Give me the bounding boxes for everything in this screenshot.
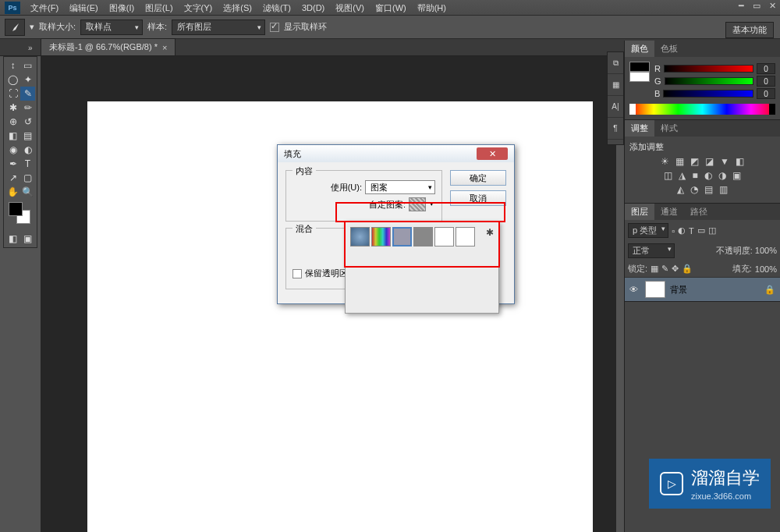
menu-select[interactable]: 选择(S) — [218, 0, 257, 16]
color-preview-swatch[interactable] — [629, 62, 650, 101]
use-dropdown[interactable]: 图案 — [365, 180, 435, 194]
tab-channels[interactable]: 通道 — [654, 204, 684, 220]
sample-label: 样本: — [147, 21, 167, 33]
stamp-tool[interactable]: ⊕ — [5, 115, 20, 129]
fill-value[interactable]: 100% — [755, 264, 777, 274]
show-ring-checkbox[interactable] — [270, 23, 279, 32]
pattern-swatch-1[interactable] — [350, 227, 370, 246]
foreground-color-swatch[interactable] — [9, 202, 23, 216]
maximize-button[interactable]: ▭ — [749, 0, 764, 11]
menu-filter[interactable]: 滤镜(T) — [257, 0, 296, 16]
lock-pos-icon[interactable]: ✥ — [672, 264, 679, 274]
lock-all-icon[interactable]: 🔒 — [682, 264, 693, 274]
b-value[interactable]: 0 — [757, 88, 775, 99]
mini-history-icon[interactable]: ⧉ — [608, 52, 623, 74]
tab-adjustments[interactable]: 调整 — [625, 120, 654, 137]
tab-swatches[interactable]: 色板 — [654, 41, 684, 57]
ok-button[interactable]: 确定 — [450, 170, 506, 186]
wand-tool[interactable]: ✦ — [20, 73, 35, 87]
brush-tool[interactable]: ✏ — [20, 101, 35, 115]
pen-tool[interactable]: ✒ — [5, 157, 20, 171]
gradient-tool[interactable]: ▤ — [20, 129, 35, 143]
type-tool[interactable]: T — [20, 157, 35, 171]
adjustment-icons-row1[interactable]: ☀▦◩◪▼◧ — [629, 156, 775, 167]
lock-trans-icon[interactable]: ▦ — [651, 264, 658, 274]
document-tab[interactable]: 未标题-1 @ 66.7%(RGB/8) * × — [41, 38, 176, 55]
filter-type-icon[interactable]: T — [689, 226, 694, 236]
screenmode-tool[interactable]: ▣ — [20, 232, 35, 246]
adjustment-icons-row2[interactable]: ◫◮■◐◑▣ — [629, 170, 775, 181]
expand-toolbar-icon[interactable]: » — [28, 44, 33, 52]
path-tool[interactable]: ↗ — [5, 171, 20, 185]
g-slider[interactable] — [665, 77, 753, 85]
menu-help[interactable]: 帮助(H) — [412, 0, 452, 16]
pattern-preview-dropdown[interactable] — [409, 197, 426, 211]
tab-styles[interactable]: 样式 — [654, 120, 684, 137]
g-value[interactable]: 0 — [757, 76, 775, 87]
lock-pixels-icon[interactable]: ✎ — [661, 264, 668, 274]
mini-char-icon[interactable]: A| — [608, 96, 623, 118]
close-tab-icon[interactable]: × — [162, 43, 167, 52]
menu-3d[interactable]: 3D(D) — [296, 0, 330, 16]
r-slider[interactable] — [664, 65, 753, 73]
sample-size-dropdown[interactable]: 取样点 — [80, 20, 143, 35]
tab-paths[interactable]: 路径 — [684, 204, 714, 220]
pattern-swatch-6[interactable] — [456, 227, 475, 246]
menu-view[interactable]: 视图(V) — [330, 0, 370, 16]
pattern-swatch-5[interactable] — [434, 227, 454, 246]
opacity-value[interactable]: 100% — [755, 246, 777, 255]
tab-color[interactable]: 颜色 — [625, 41, 654, 57]
spectrum-picker[interactable] — [629, 104, 775, 115]
dodge-tool[interactable]: ◐ — [20, 143, 35, 157]
filter-shape-icon[interactable]: ▭ — [697, 225, 705, 236]
move-tool[interactable]: ↕ — [5, 59, 20, 73]
history-brush-tool[interactable]: ↺ — [20, 115, 35, 129]
eyedropper-tool[interactable]: ✎ — [20, 87, 35, 101]
dialog-close-button[interactable]: ✕ — [477, 147, 508, 160]
menu-text[interactable]: 文字(Y) — [179, 0, 218, 16]
workspace-switcher[interactable]: 基本功能 — [725, 22, 774, 38]
flyout-menu-icon[interactable]: ✱ — [486, 227, 494, 238]
layer-kind-dropdown[interactable]: p 类型 — [628, 223, 668, 238]
shape-tool[interactable]: ▢ — [20, 171, 35, 185]
r-value[interactable]: 0 — [757, 63, 775, 74]
minimize-button[interactable]: ━ — [733, 0, 749, 11]
menu-file[interactable]: 文件(F) — [25, 0, 64, 16]
hand-tool[interactable]: ✋ — [5, 185, 20, 199]
filter-image-icon[interactable]: ▫ — [672, 226, 675, 236]
close-window-button[interactable]: ✕ — [764, 0, 780, 11]
blend-legend: 混合 — [292, 223, 316, 235]
menu-image[interactable]: 图像(I) — [104, 0, 140, 16]
filter-adj-icon[interactable]: ◐ — [678, 225, 686, 236]
pattern-swatch-4[interactable] — [413, 227, 433, 246]
crop-tool[interactable]: ⛶ — [5, 87, 20, 101]
cancel-button[interactable]: 取消 — [450, 190, 506, 206]
foreground-background-swatches[interactable] — [7, 202, 34, 229]
lasso-tool[interactable]: ◯ — [5, 73, 20, 87]
pattern-swatch-3[interactable] — [392, 227, 412, 246]
b-slider[interactable] — [663, 90, 753, 98]
heal-tool[interactable]: ✱ — [5, 101, 20, 115]
preserve-trans-checkbox[interactable] — [292, 269, 302, 278]
marquee-tool[interactable]: ▭ — [20, 59, 35, 73]
mini-swatches-icon[interactable]: ▦ — [608, 74, 623, 96]
blend-mode-dropdown[interactable]: 正常 — [628, 243, 675, 258]
filter-smart-icon[interactable]: ◫ — [708, 225, 716, 236]
layer-row-background[interactable]: 👁 背景 🔒 — [625, 278, 780, 301]
quickmask-tool[interactable]: ◧ — [5, 232, 20, 246]
menu-window[interactable]: 窗口(W) — [370, 0, 412, 16]
menu-layer[interactable]: 图层(L) — [140, 0, 178, 16]
dialog-titlebar[interactable]: 填充 ✕ — [278, 145, 514, 162]
menu-edit[interactable]: 编辑(E) — [64, 0, 104, 16]
current-tool-icon[interactable] — [5, 19, 25, 36]
blur-tool[interactable]: ◉ — [5, 143, 20, 157]
adjustment-icons-row3[interactable]: ◭◔▤▥ — [629, 184, 775, 195]
mini-para-icon[interactable]: ¶ — [608, 118, 623, 140]
sample-dropdown[interactable]: 所有图层 — [172, 20, 265, 35]
tab-layers[interactable]: 图层 — [625, 204, 654, 220]
layer-thumbnail[interactable] — [645, 281, 665, 298]
zoom-tool[interactable]: 🔍 — [20, 185, 35, 199]
pattern-swatch-2[interactable] — [371, 227, 391, 246]
visibility-icon[interactable]: 👁 — [629, 285, 640, 294]
eraser-tool[interactable]: ◧ — [5, 129, 20, 143]
